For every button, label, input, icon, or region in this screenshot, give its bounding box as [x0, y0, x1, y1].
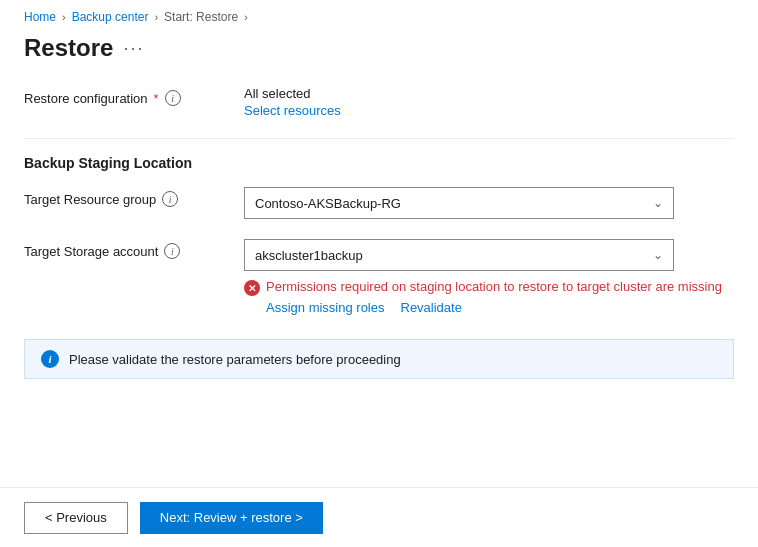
target-rg-dropdown-wrapper: Contoso-AKSBackup-RG ⌄: [244, 187, 674, 219]
error-message: Permissions required on staging location…: [266, 279, 722, 294]
all-selected-text: All selected: [244, 86, 341, 101]
breadcrumb-current: Start: Restore: [164, 10, 238, 24]
breadcrumb-backup-center[interactable]: Backup center: [72, 10, 149, 24]
info-bar: i Please validate the restore parameters…: [24, 339, 734, 379]
page-title: Restore: [24, 34, 113, 62]
required-indicator: *: [154, 91, 159, 106]
target-storage-chevron-icon: ⌄: [653, 248, 663, 262]
error-icon: ✕: [244, 280, 260, 296]
target-storage-info-icon[interactable]: i: [164, 243, 180, 259]
next-button[interactable]: Next: Review + restore >: [140, 502, 323, 534]
target-rg-dropdown[interactable]: Contoso-AKSBackup-RG ⌄: [244, 187, 674, 219]
error-line: ✕ Permissions required on staging locati…: [244, 279, 722, 296]
more-options-icon[interactable]: ···: [123, 38, 144, 59]
info-bar-icon: i: [41, 350, 59, 368]
target-storage-label: Target Storage account i: [24, 239, 244, 259]
target-rg-info-icon[interactable]: i: [162, 191, 178, 207]
target-storage-dropdown-wrapper: akscluster1backup ⌄ ✕ Permissions requir…: [244, 239, 722, 315]
breadcrumb-home[interactable]: Home: [24, 10, 56, 24]
section-divider: [24, 138, 734, 139]
assign-missing-roles-link[interactable]: Assign missing roles: [266, 300, 385, 315]
breadcrumb-sep-1: ›: [62, 11, 66, 23]
info-bar-message: Please validate the restore parameters b…: [69, 352, 401, 367]
restore-config-label: Restore configuration * i: [24, 86, 244, 106]
select-resources-link[interactable]: Select resources: [244, 103, 341, 118]
target-storage-row: Target Storage account i akscluster1back…: [24, 239, 734, 315]
target-rg-row: Target Resource group i Contoso-AKSBacku…: [24, 187, 734, 219]
target-storage-label-text: Target Storage account: [24, 244, 158, 259]
restore-config-row: Restore configuration * i All selected S…: [24, 86, 734, 118]
restore-config-info-icon[interactable]: i: [165, 90, 181, 106]
target-rg-value: Contoso-AKSBackup-RG: [255, 196, 401, 211]
main-content: Restore configuration * i All selected S…: [0, 78, 758, 459]
revalidate-link[interactable]: Revalidate: [401, 300, 462, 315]
previous-button[interactable]: < Previous: [24, 502, 128, 534]
target-storage-dropdown[interactable]: akscluster1backup ⌄: [244, 239, 674, 271]
footer: < Previous Next: Review + restore >: [0, 487, 758, 547]
error-actions: Assign missing roles Revalidate: [266, 300, 722, 315]
target-rg-chevron-icon: ⌄: [653, 196, 663, 210]
page-header: Restore ···: [0, 30, 758, 78]
restore-config-value: All selected Select resources: [244, 86, 341, 118]
target-rg-label: Target Resource group i: [24, 187, 244, 207]
error-block: ✕ Permissions required on staging locati…: [244, 279, 722, 315]
backup-staging-section-title: Backup Staging Location: [24, 155, 734, 171]
target-rg-label-text: Target Resource group: [24, 192, 156, 207]
breadcrumb: Home › Backup center › Start: Restore ›: [0, 0, 758, 30]
breadcrumb-sep-3: ›: [244, 11, 248, 23]
restore-config-label-text: Restore configuration: [24, 91, 148, 106]
target-storage-value: akscluster1backup: [255, 248, 363, 263]
breadcrumb-sep-2: ›: [154, 11, 158, 23]
